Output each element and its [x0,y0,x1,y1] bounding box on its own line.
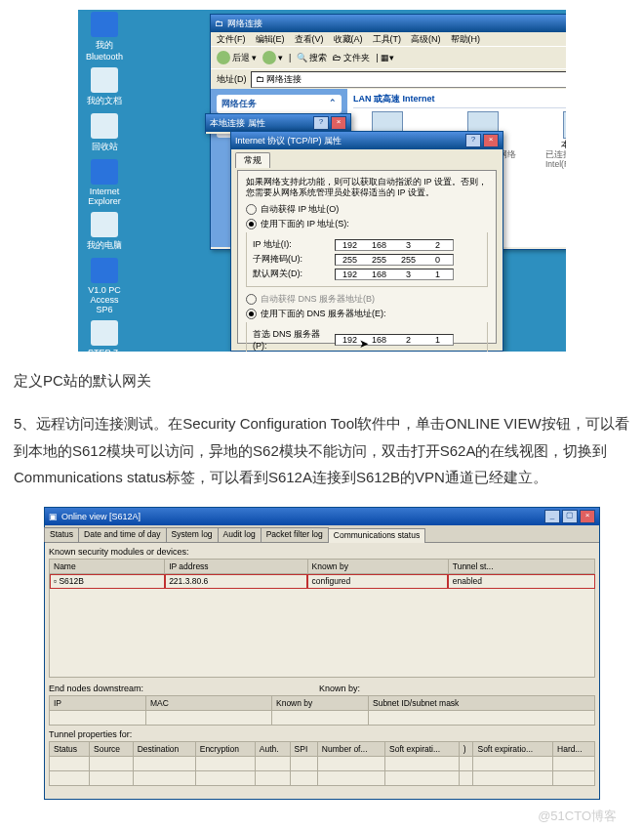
desktop-icon[interactable]: 我的电脑 [84,212,125,252]
cursor-icon: ➤ [359,337,369,351]
col-header[interactable]: Known by [272,696,369,711]
tab-datetime[interactable]: Date and time of day [78,527,166,542]
radio-manual-ip[interactable]: 使用下面的 IP 地址(S): [246,218,488,230]
radio-auto-dns: 自动获得 DNS 服务器地址(B) [246,293,488,306]
side-heading: 网络任务 ⌃ [217,95,342,113]
col-header[interactable]: Status [50,742,90,757]
close-button[interactable]: × [331,116,346,130]
close-button[interactable]: × [483,134,499,147]
maximize-button[interactable]: ▢ [562,510,578,523]
col-header[interactable]: Soft expirati... [385,742,460,757]
endnodes-label: End nodes downstream: [49,684,143,693]
knownby-label: Known by: [319,684,360,693]
connection-item[interactable]: 本地连接已连接上, 有防火 Intel(R) 82566MM [544,111,566,179]
article-para-1: 定义PC站的默认网关 [14,367,630,394]
help-button[interactable]: ? [465,134,481,147]
col-header[interactable]: SPI [290,742,317,757]
radio-manual-dns[interactable]: 使用下面的 DNS 服务器地址(E): [246,308,488,320]
window-title: Online view [S612A] [61,512,141,521]
known-modules-label: Known security modules or devices: [49,547,595,557]
menu-item[interactable]: 查看(V) [295,33,324,46]
col-header[interactable]: ) [459,742,473,757]
known-modules-grid: Name IP address Known by Tunnel st... ▫ … [49,559,595,589]
ip-input[interactable]: 19216832 [335,239,454,251]
watermark: @51CTO博客 [10,806,634,829]
tab-strip: Status Date and time of day System log A… [45,525,599,543]
col-header[interactable]: Number of... [317,742,384,757]
col-header[interactable]: Auth. [255,742,290,757]
back-button[interactable]: 后退 ▾ [217,51,257,64]
search-button[interactable]: 🔍 搜索 [297,52,327,64]
table-row[interactable]: ▫ S612B 221.3.80.6 configured enabled [50,574,595,589]
screenshot-online-view: ▣ Online view [S612A] _ ▢ × Status Date … [44,507,600,800]
menu-item[interactable]: 工具(T) [373,33,402,46]
addr-label: 地址(D) [217,73,247,86]
window-title: 网络连接 [227,18,262,30]
help-button[interactable]: ? [313,116,329,130]
menu-item[interactable]: 文件(F) [217,33,246,46]
desktop-icon[interactable]: 我的文档 [84,67,125,107]
col-header[interactable]: IP address [165,560,307,574]
tab-general[interactable]: 常规 [235,152,270,168]
col-header[interactable]: Name [50,560,165,574]
folders-button[interactable]: 🗁 文件夹 [333,52,370,64]
tab-strip: 常规 [231,149,503,170]
tab-pktfilter[interactable]: Packet filter log [261,527,329,542]
desktop-icon[interactable]: V1.0 PC Access SP6 [84,258,125,314]
gateway-input[interactable]: 19216831 [335,269,454,280]
dns1-input[interactable]: 19216821 [335,334,454,346]
titlebar[interactable]: 🗀 网络连接 _ ▢ × [211,15,566,32]
close-button[interactable]: × [580,510,595,523]
titlebar[interactable]: ▣ Online view [S612A] _ ▢ × [45,508,599,525]
table-row[interactable] [50,711,595,726]
col-header[interactable]: Soft expiratio... [473,742,553,757]
app-icon: ▣ [49,512,58,521]
menu-item[interactable]: 编辑(E) [256,33,285,46]
tab-status[interactable]: Status [44,527,79,542]
tunnel-grid: Status Source Destination Encryption Aut… [49,741,595,786]
menu-item[interactable]: 高级(N) [411,33,441,46]
gateway-label: 默认网关(D): [253,268,329,280]
window-title: Internet 协议 (TCP/IP) 属性 [235,135,342,147]
desktop-icon[interactable]: 我的 Bluetooth [84,12,125,62]
dns1-label: 首选 DNS 服务器(P): [253,328,329,351]
col-header[interactable]: Known by [307,560,448,574]
tunnel-props-label: Tunnel properties for: [49,729,595,739]
mask-label: 子网掩码(U): [253,253,329,266]
radio-auto-ip[interactable]: 自动获得 IP 地址(O) [246,203,488,216]
address-bar: 地址(D) 🗀 网络连接 ▶ 转到 [211,68,566,89]
desktop-icon[interactable]: Internet Explorer [84,159,125,206]
window-title: 本地连接 属性 [210,117,265,130]
col-header[interactable]: Destination [133,742,195,757]
address-field[interactable]: 🗀 网络连接 [251,71,567,88]
tab-auditlog[interactable]: Audit log [218,527,262,542]
section-label: LAN 或高速 Internet [353,93,566,108]
menu-item[interactable]: 帮助(H) [451,33,481,46]
table-row[interactable] [50,757,595,771]
article-para-2: 5、远程访问连接测试。在Security Configuration Tool软… [14,410,630,491]
col-header[interactable]: Source [90,742,134,757]
endnodes-grid: IP MAC Known by Subnet ID/subnet mask [49,695,595,726]
tcpip-dialog: Internet 协议 (TCP/IP) 属性 ?× 常规 如果网络支持此功能，… [230,131,503,352]
col-header[interactable]: IP [50,696,146,711]
desktop-icon[interactable]: STEP 7-Micro... [84,320,125,352]
grid-body [49,589,595,678]
tab-commstatus[interactable]: Communications status [328,528,425,543]
desktop-icon[interactable]: 回收站 [84,113,125,153]
col-header[interactable]: Subnet ID/subnet mask [369,696,595,711]
ip-label: IP 地址(I): [253,238,329,251]
toolbar: 后退 ▾ ▾ | 🔍 搜索 🗁 文件夹 | ▦▾ [211,46,566,68]
col-header[interactable]: MAC [146,696,272,711]
mask-input[interactable]: 2552552550 [335,254,454,266]
folder-icon: 🗀 [215,19,223,28]
tab-syslog[interactable]: System log [166,527,219,542]
table-row[interactable] [50,771,595,786]
minimize-button[interactable]: _ [544,510,560,523]
col-header[interactable]: Encryption [195,742,255,757]
col-header[interactable]: Tunnel st... [448,560,594,574]
menubar: 文件(F) 编辑(E) 查看(V) 收藏(A) 工具(T) 高级(N) 帮助(H… [211,32,566,46]
forward-button[interactable]: ▾ [262,51,283,64]
col-header[interactable]: Hard... [553,742,595,757]
menu-item[interactable]: 收藏(A) [334,33,363,46]
hint-text: 如果网络支持此功能，则可以获取自动指派的 IP 设置。否则，您需要从网络系统管理… [246,177,488,197]
